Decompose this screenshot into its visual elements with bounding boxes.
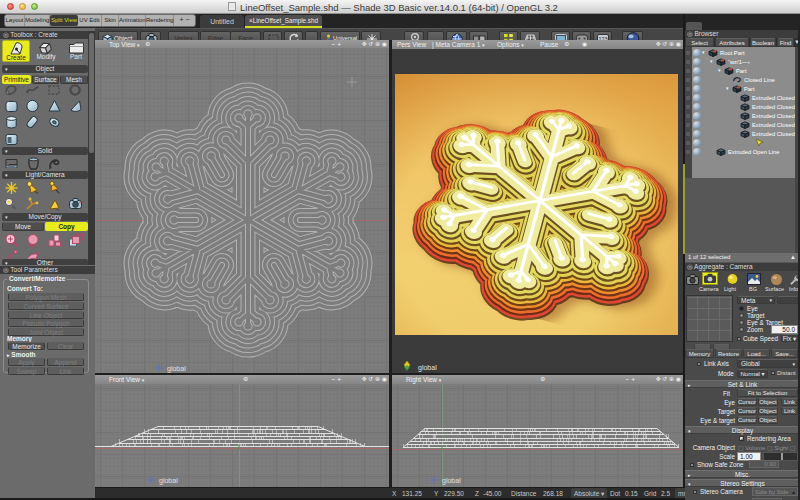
svg-text:global: global [159, 477, 178, 485]
svg-text:global: global [167, 365, 186, 373]
svg-text:global: global [442, 477, 461, 485]
